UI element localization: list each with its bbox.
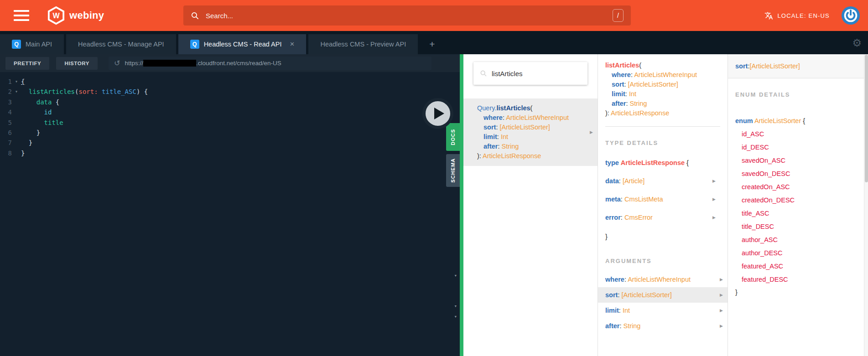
api-tab[interactable]: QHeadless CMS - Read API× bbox=[178, 34, 307, 54]
enum-value[interactable]: id_DESC bbox=[735, 144, 861, 151]
enum-value[interactable]: createdOn_ASC bbox=[735, 183, 861, 191]
argument-row[interactable]: sort: [ArticleListSorter]▶ bbox=[598, 287, 728, 303]
code-text: data { bbox=[21, 97, 59, 107]
field-name-link[interactable]: listArticles bbox=[605, 62, 639, 69]
scrollbar-thumb[interactable] bbox=[865, 55, 868, 182]
enum-value[interactable]: createdOn_DESC bbox=[735, 196, 861, 204]
type-close-brace: } bbox=[605, 233, 720, 240]
caret-right-icon: ▶ bbox=[712, 179, 716, 183]
line-number: 8 bbox=[0, 148, 12, 158]
query-badge: Q bbox=[12, 40, 21, 49]
graphql-query-editor[interactable]: 1▾{2▾ listArticles(sort: title_ASC) {3 d… bbox=[0, 72, 460, 356]
api-tab[interactable]: QMain API bbox=[0, 34, 64, 54]
search-shortcut-badge: / bbox=[613, 9, 624, 22]
argument-row[interactable]: where: ArticleListWhereInput▶ bbox=[598, 272, 728, 287]
enum-value[interactable]: id_ASC bbox=[735, 130, 861, 138]
enum-value[interactable]: savedOn_ASC bbox=[735, 157, 861, 164]
fold-caret-icon[interactable]: ▾ bbox=[12, 77, 21, 87]
field-type-link[interactable]: CmsError bbox=[624, 214, 653, 221]
fold-caret-icon[interactable]: ▾ bbox=[12, 87, 21, 97]
webiny-logo[interactable]: W webiny bbox=[47, 6, 104, 25]
arg-type-link[interactable]: ArticleListWhereInput bbox=[634, 71, 697, 78]
type-details-header: TYPE DETAILS bbox=[605, 139, 720, 146]
pane-caret-icon[interactable]: ▾ bbox=[454, 312, 457, 322]
colon: : bbox=[497, 133, 501, 140]
signature-name: listArticles( bbox=[605, 61, 720, 70]
enum-close-brace: } bbox=[735, 289, 861, 296]
settings-gear-icon[interactable]: ⚙ bbox=[852, 36, 862, 49]
avatar[interactable] bbox=[842, 6, 860, 25]
open-paren: ( bbox=[639, 62, 641, 69]
enum-value[interactable]: savedOn_DESC bbox=[735, 170, 861, 177]
arg-label: after bbox=[605, 322, 619, 330]
global-search-input[interactable]: Search... / bbox=[183, 5, 631, 26]
tab-label: Headless CMS - Manage API bbox=[78, 41, 164, 48]
execute-query-button[interactable] bbox=[422, 98, 453, 129]
enum-value[interactable]: title_ASC bbox=[735, 210, 861, 217]
arg-type-link[interactable]: [ArticleListSorter] bbox=[628, 81, 678, 88]
caret-right-icon: ▶ bbox=[720, 277, 723, 282]
doc-search-input[interactable]: listArticles bbox=[473, 62, 587, 85]
enum-value[interactable]: author_DESC bbox=[735, 249, 861, 257]
signature-arg: limit: Int bbox=[605, 89, 720, 99]
pane-caret-icon[interactable]: ▾ bbox=[454, 271, 457, 281]
enum-value[interactable]: featured_DESC bbox=[735, 276, 861, 283]
field-type-link[interactable]: CmsListMeta bbox=[624, 196, 663, 203]
code-line: 3 data { bbox=[0, 97, 460, 107]
enum-breadcrumb: sort: [ArticleListSorter] bbox=[728, 54, 868, 78]
enum-name-link[interactable]: ArticleListSorter bbox=[754, 117, 801, 124]
endpoint-url-field[interactable]: ↺ https://.cloudfront.net/cms/read/en-US bbox=[109, 57, 431, 70]
history-button[interactable]: HISTORY bbox=[56, 57, 98, 70]
api-tab[interactable]: Headless CMS - Preview API bbox=[308, 34, 418, 54]
docs-divider[interactable] bbox=[460, 54, 463, 356]
api-tab[interactable]: Headless CMS - Manage API bbox=[66, 34, 176, 54]
arg-label: where bbox=[605, 276, 624, 283]
close-tab-icon[interactable]: × bbox=[290, 40, 294, 49]
arg-type-link[interactable]: [ArticleListSorter] bbox=[499, 124, 550, 131]
code-token bbox=[21, 88, 29, 95]
code-token: { bbox=[21, 78, 25, 85]
argument-row[interactable]: limit: Int▶ bbox=[598, 303, 728, 318]
arg-type-link[interactable]: ArticleListWhereInput bbox=[506, 114, 569, 121]
arg-type-link[interactable]: Int bbox=[501, 133, 508, 140]
enum-value[interactable]: title_DESC bbox=[735, 223, 861, 230]
reload-schema-icon[interactable]: ↺ bbox=[114, 59, 120, 67]
tab-docs[interactable]: DOCS bbox=[446, 123, 460, 151]
field-type-link[interactable]: [Article] bbox=[623, 177, 645, 185]
field-name-link[interactable]: listArticles bbox=[496, 104, 530, 112]
arg-type-link[interactable]: Int bbox=[629, 90, 636, 98]
prettify-button[interactable]: PRETTIFY bbox=[5, 57, 49, 70]
new-tab-button[interactable]: + bbox=[420, 34, 444, 54]
return-type-link[interactable]: ArticleListResponse bbox=[611, 109, 669, 117]
arg-label: limit bbox=[612, 90, 625, 98]
pane-caret-icon[interactable]: ▾ bbox=[454, 301, 457, 311]
type-name-link[interactable]: ArticleListResponse bbox=[621, 159, 685, 166]
code-line: 5 title bbox=[0, 118, 460, 128]
enum-value[interactable]: author_ASC bbox=[735, 236, 861, 243]
arg-type-link[interactable]: ArticleListWhereInput bbox=[628, 276, 691, 283]
arg-label: where bbox=[483, 114, 503, 121]
colon: : bbox=[619, 177, 623, 185]
type-field-row[interactable]: error: CmsError▶ bbox=[605, 214, 720, 221]
return-type-link[interactable]: ArticleListResponse bbox=[483, 152, 541, 160]
arguments-header: ARGUMENTS bbox=[605, 258, 720, 264]
enum-value[interactable]: featured_ASC bbox=[735, 263, 861, 270]
type-field-row[interactable]: data: [Article]▶ bbox=[605, 177, 720, 185]
api-tab-bar: QMain APIHeadless CMS - Manage APIQHeadl… bbox=[0, 31, 868, 54]
power-avatar-icon bbox=[842, 6, 860, 25]
code-token: sort: bbox=[78, 88, 98, 95]
docs-scrollbar[interactable] bbox=[864, 54, 868, 356]
arg-type-link[interactable]: String bbox=[624, 322, 641, 330]
tab-schema[interactable]: SCHEMA bbox=[446, 154, 460, 187]
arg-type-link[interactable]: String bbox=[502, 143, 519, 150]
arg-type-link[interactable]: String bbox=[630, 100, 647, 107]
arg-type-link[interactable]: Int bbox=[623, 307, 630, 314]
play-icon bbox=[434, 108, 444, 119]
type-field-row[interactable]: meta: CmsListMeta▶ bbox=[605, 196, 720, 203]
menu-icon[interactable] bbox=[14, 10, 29, 21]
doc-search-result[interactable]: Query.listArticles(where: ArticleListWhe… bbox=[463, 98, 598, 166]
docs-enum-column: sort: [ArticleListSorter] ENUM DETAILS e… bbox=[728, 54, 868, 356]
locale-selector[interactable]: LOCALE: EN-US bbox=[764, 11, 830, 20]
arg-type-link[interactable]: [ArticleListSorter] bbox=[621, 291, 671, 299]
argument-row[interactable]: after: String▶ bbox=[598, 318, 728, 334]
